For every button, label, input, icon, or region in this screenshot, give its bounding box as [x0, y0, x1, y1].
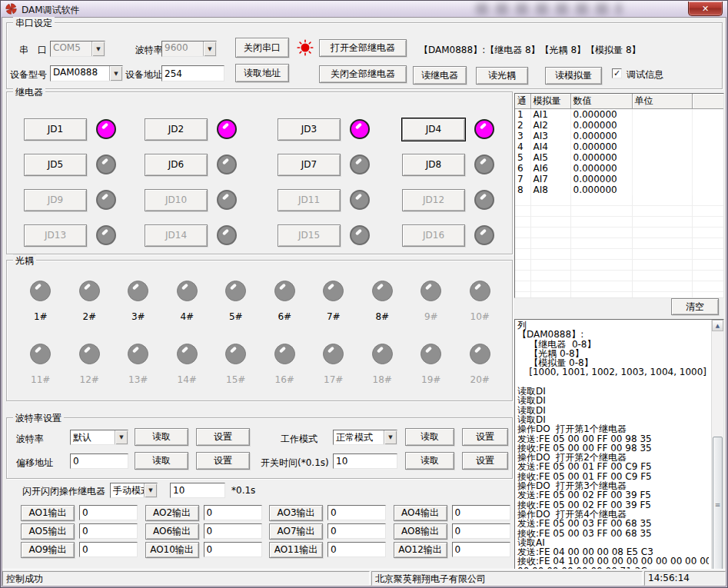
relay-button[interactable]: JD11 — [278, 189, 341, 211]
read-relays-button[interactable]: 读继电器 — [413, 66, 467, 85]
ao-output-button[interactable]: AO2输出 — [145, 505, 199, 521]
cell-unit — [632, 141, 692, 152]
col-unit[interactable]: 单位 — [632, 94, 692, 109]
opto-led-icon — [79, 281, 100, 301]
analog-table-row[interactable]: 3 AI3 0.000000 — [515, 131, 724, 141]
cell-channel: 1 — [515, 109, 530, 121]
ao-output-button[interactable]: AO12输出 — [394, 542, 447, 558]
relay-button[interactable]: JD7 — [278, 154, 341, 176]
ao-value-input[interactable] — [79, 542, 138, 557]
switch-time-input[interactable] — [333, 453, 397, 469]
analog-table-row[interactable]: 6 AI6 0.000000 — [515, 163, 724, 174]
analog-table-row[interactable]: 1 AI1 0.000000 — [515, 109, 724, 121]
ao-value-input[interactable] — [327, 505, 386, 520]
app-window: DAM调试软件 ✕ 串口设定 串 口 COM5 ▼ 波特率 9600 ▼ 关闭串… — [0, 0, 728, 588]
set-offset-button[interactable]: 设置 — [196, 452, 250, 470]
opto-label: 4# — [180, 311, 194, 322]
read-address-button[interactable]: 读取地址 — [235, 64, 289, 82]
flash-time-input[interactable] — [170, 483, 225, 498]
open-all-relays-button[interactable]: 打开全部继电器 — [319, 39, 407, 57]
ao-output-button[interactable]: AO4输出 — [394, 505, 447, 521]
ao-value-input[interactable] — [204, 505, 262, 520]
clear-log-button[interactable]: 清空 — [671, 298, 719, 315]
device-address-input[interactable] — [161, 65, 224, 81]
relay-button[interactable]: JD12 — [402, 189, 465, 211]
ao-output-button[interactable]: AO3输出 — [269, 505, 323, 521]
scrollbar-thumb[interactable]: ≡ — [713, 437, 723, 573]
relay-button[interactable]: JD2 — [145, 118, 208, 141]
chevron-down-icon[interactable]: ▼ — [115, 430, 128, 444]
ao-value-input[interactable] — [452, 505, 510, 520]
analog-table-row[interactable]: 7 AI7 0.000000 — [515, 174, 724, 184]
close-all-relays-button[interactable]: 关闭全部继电器 — [319, 65, 407, 83]
analog-table-row[interactable]: 2 AI2 0.000000 — [515, 120, 724, 131]
read-analog-button[interactable]: 读模拟量 — [545, 67, 602, 85]
relay-led-icon — [217, 190, 237, 210]
baud-select-combo[interactable]: 默认 ▼ — [70, 430, 128, 445]
ao-value-input[interactable] — [79, 523, 138, 539]
ao-output-button[interactable]: AO5输出 — [21, 523, 75, 540]
log-output[interactable]: 列 【DAM0888】: 【继电器 0-8】 【光耦 0-8】 【模拟量 0-8… — [517, 321, 709, 574]
col-extra[interactable] — [692, 94, 724, 109]
cell-value: 0.000000 — [570, 174, 632, 184]
ao-output-button[interactable]: AO7输出 — [269, 523, 323, 540]
chevron-down-icon[interactable]: ▼ — [384, 430, 397, 444]
ao-output-button[interactable]: AO6输出 — [145, 523, 199, 540]
relay-button[interactable]: JD10 — [145, 189, 208, 211]
analog-table-row[interactable]: 8 AI8 0.000000 — [515, 184, 724, 195]
set-workmode-button[interactable]: 设置 — [462, 428, 508, 446]
ao-value-input[interactable] — [452, 542, 510, 557]
ao-value-input[interactable] — [79, 505, 138, 520]
ao-value-input[interactable] — [204, 542, 262, 557]
offset-address-input[interactable] — [70, 453, 128, 469]
analog-table-row[interactable]: 5 AI5 0.000000 — [515, 152, 724, 163]
flash-mode-combo[interactable]: 手动模式 ▼ — [110, 483, 158, 498]
col-analog[interactable]: 模拟量 — [530, 94, 570, 109]
set-baud-button[interactable]: 设置 — [196, 428, 250, 446]
close-icon: ✕ — [702, 4, 709, 14]
relay-led-icon — [474, 154, 494, 174]
log-scrollbar[interactable]: ▲ ≡ — [711, 320, 723, 575]
work-mode-combo[interactable]: 正常模式 ▼ — [333, 430, 397, 445]
relay-button[interactable]: JD3 — [278, 118, 341, 141]
relay-button[interactable]: JD1 — [24, 118, 87, 141]
read-opto-button[interactable]: 读光耦 — [476, 67, 528, 85]
ao-output-button[interactable]: AO11输出 — [269, 542, 323, 558]
relay-led-icon — [350, 119, 370, 139]
relay-button[interactable]: JD13 — [24, 224, 87, 247]
read-switchtime-button[interactable]: 读取 — [405, 452, 454, 470]
col-channel[interactable]: 通 — [515, 94, 530, 109]
ao-output-button[interactable]: AO1输出 — [21, 505, 75, 521]
debug-info-checkbox[interactable]: ✓ — [612, 68, 622, 78]
ao-output-button[interactable]: AO8输出 — [394, 523, 447, 540]
close-serial-button[interactable]: 关闭串口 — [235, 38, 289, 58]
ao-value-input[interactable] — [204, 523, 262, 539]
ao-value-input[interactable] — [452, 523, 510, 539]
close-button[interactable]: ✕ — [688, 2, 723, 16]
chevron-down-icon[interactable]: ▼ — [144, 483, 157, 497]
relay-button[interactable]: JD4 — [402, 118, 465, 141]
scrollbar-up-icon[interactable]: ▲ — [712, 320, 723, 331]
relay-button[interactable]: JD9 — [24, 189, 87, 211]
analog-table-row[interactable]: 4 AI4 0.000000 — [515, 141, 724, 152]
read-workmode-button[interactable]: 读取 — [405, 428, 454, 446]
aero-glass-blur — [476, 3, 622, 15]
relay-button[interactable]: JD8 — [402, 154, 465, 176]
relay-led-icon — [96, 225, 116, 245]
chevron-down-icon[interactable]: ▼ — [109, 66, 122, 81]
relay-button[interactable]: JD5 — [24, 154, 87, 176]
read-baud-button[interactable]: 读取 — [135, 428, 188, 446]
set-switchtime-button[interactable]: 设置 — [462, 452, 508, 470]
relay-button[interactable]: JD15 — [278, 224, 341, 247]
ao-value-input[interactable] — [327, 523, 386, 539]
relay-button[interactable]: JD14 — [145, 224, 208, 247]
device-model-combo[interactable]: DAM0888 ▼ — [50, 65, 123, 81]
relay-button[interactable]: JD16 — [402, 224, 465, 247]
ao-value-input[interactable] — [327, 542, 386, 557]
read-offset-button[interactable]: 读取 — [135, 452, 188, 470]
relay-button[interactable]: JD6 — [145, 154, 208, 176]
ao-output-button[interactable]: AO9输出 — [21, 542, 75, 558]
col-value[interactable]: 数值 — [570, 94, 632, 109]
ao-output-button[interactable]: AO10输出 — [145, 542, 199, 558]
cell-extra — [692, 131, 724, 141]
